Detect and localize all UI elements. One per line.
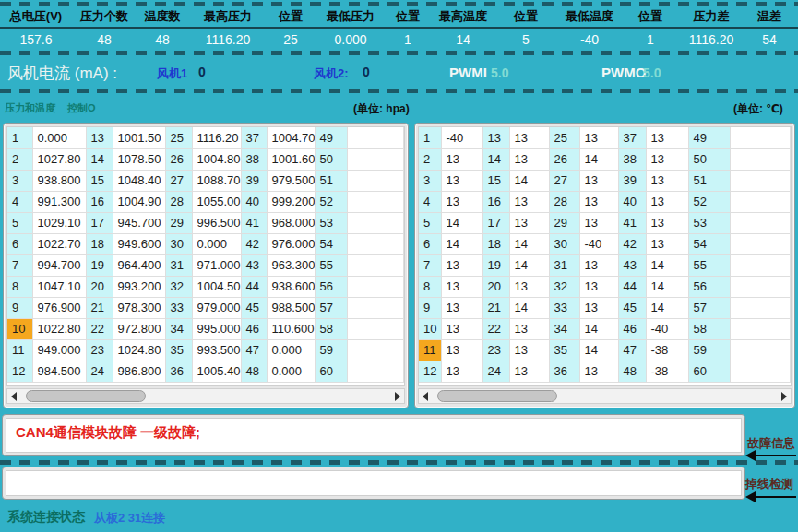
index-cell[interactable]: 16 [482,191,509,212]
empty-cell[interactable] [347,339,404,361]
index-cell[interactable]: 28 [165,191,192,212]
index-cell[interactable]: 22 [86,318,113,339]
scroll-right-button[interactable] [775,389,791,403]
value-cell[interactable]: 1001.50 [113,127,165,148]
index-cell[interactable]: 27 [165,170,192,191]
index-cell[interactable]: 26 [165,148,192,170]
value-cell[interactable]: 1004.50 [192,276,241,297]
index-cell[interactable]: 29 [549,212,579,233]
value-cell[interactable]: 1088.70 [192,170,241,191]
index-cell[interactable]: 34 [165,318,192,339]
empty-cell[interactable] [730,339,791,361]
index-cell[interactable]: 2 [7,148,32,170]
value-cell[interactable]: 13 [441,254,482,276]
value-cell[interactable]: 14 [509,254,549,276]
index-cell[interactable]: 17 [86,212,113,233]
value-cell[interactable]: -38 [646,339,688,361]
index-cell[interactable]: 5 [419,212,441,233]
value-cell[interactable]: 945.700 [113,212,165,233]
index-cell[interactable]: 10 [419,318,441,339]
index-cell[interactable]: 4 [419,191,441,212]
value-cell[interactable]: 13 [509,191,549,212]
index-cell[interactable]: 50 [688,148,730,170]
index-cell[interactable]: 11 [7,339,32,361]
value-cell[interactable]: 984.500 [32,361,86,382]
value-cell[interactable]: 0.000 [32,127,86,148]
value-cell[interactable]: 949.000 [32,339,86,361]
scroll-left-button[interactable] [419,389,435,403]
index-cell[interactable]: 27 [549,170,579,191]
value-cell[interactable]: 14 [441,233,482,254]
value-cell[interactable]: 1116.20 [192,127,241,148]
temperature-grid-viewport[interactable]: 1-40131325133713492131413261438135031315… [418,126,792,386]
index-cell[interactable]: 14 [482,148,509,170]
index-cell[interactable]: 4 [7,191,32,212]
index-cell[interactable]: 18 [482,233,509,254]
value-cell[interactable]: 994.700 [32,254,86,276]
index-cell[interactable]: 43 [241,254,267,276]
index-cell[interactable]: 48 [618,361,646,382]
empty-cell[interactable] [347,170,404,191]
value-cell[interactable]: 972.800 [113,318,165,339]
value-cell[interactable]: 1078.50 [113,148,165,170]
scrollbar-thumb[interactable] [26,390,146,402]
index-cell[interactable]: 55 [315,254,347,276]
value-cell[interactable]: 13 [579,191,618,212]
value-cell[interactable]: 964.400 [113,254,165,276]
value-cell[interactable]: 13 [509,127,549,148]
value-cell[interactable]: 938.600 [267,276,315,297]
index-cell[interactable]: 50 [315,148,347,170]
index-cell[interactable]: 58 [315,318,347,339]
value-cell[interactable]: 1001.60 [267,148,315,170]
value-cell[interactable]: 13 [441,191,482,212]
value-cell[interactable]: 13 [509,276,549,297]
value-cell[interactable]: 963.300 [267,254,315,276]
control-label[interactable]: 控制O [67,101,96,115]
scroll-left-button[interactable] [7,389,23,403]
index-cell[interactable]: 51 [688,170,730,191]
index-cell[interactable]: 47 [241,339,267,361]
value-cell[interactable]: 13 [579,361,618,382]
value-cell[interactable]: 14 [646,276,688,297]
index-cell[interactable]: 41 [618,212,646,233]
value-cell[interactable]: 13 [579,276,618,297]
value-cell[interactable]: 993.500 [192,339,241,361]
value-cell[interactable]: 14 [509,170,549,191]
value-cell[interactable]: 968.000 [267,212,315,233]
value-cell[interactable]: 14 [579,318,618,339]
index-cell[interactable]: 16 [86,191,113,212]
value-cell[interactable]: -40 [441,127,482,148]
index-cell[interactable]: 14 [86,148,113,170]
index-cell[interactable]: 49 [315,127,347,148]
index-cell[interactable]: 32 [165,276,192,297]
index-cell[interactable]: 11 [419,339,441,361]
value-cell[interactable]: 13 [441,170,482,191]
index-cell[interactable]: 52 [688,191,730,212]
value-cell[interactable]: 976.900 [32,297,86,318]
index-cell[interactable]: 46 [618,318,646,339]
index-cell[interactable]: 24 [482,361,509,382]
index-cell[interactable]: 23 [482,339,509,361]
value-cell[interactable]: 13 [579,212,618,233]
index-cell[interactable]: 31 [549,254,579,276]
value-cell[interactable]: 13 [579,127,618,148]
index-cell[interactable]: 28 [549,191,579,212]
empty-cell[interactable] [730,318,791,339]
value-cell[interactable]: 1004.80 [192,148,241,170]
index-cell[interactable]: 21 [86,297,113,318]
index-cell[interactable]: 29 [165,212,192,233]
value-cell[interactable]: 14 [509,297,549,318]
empty-cell[interactable] [347,361,404,382]
index-cell[interactable]: 48 [241,361,267,382]
value-cell[interactable]: 0.000 [267,339,315,361]
index-cell[interactable]: 6 [7,233,32,254]
value-cell[interactable]: 13 [441,318,482,339]
index-cell[interactable]: 38 [241,148,267,170]
index-cell[interactable]: 15 [482,170,509,191]
value-cell[interactable]: 13 [509,339,549,361]
index-cell[interactable]: 37 [618,127,646,148]
index-cell[interactable]: 31 [165,254,192,276]
index-cell[interactable]: 56 [688,276,730,297]
value-cell[interactable]: 979.500 [267,170,315,191]
value-cell[interactable]: 13 [646,233,688,254]
